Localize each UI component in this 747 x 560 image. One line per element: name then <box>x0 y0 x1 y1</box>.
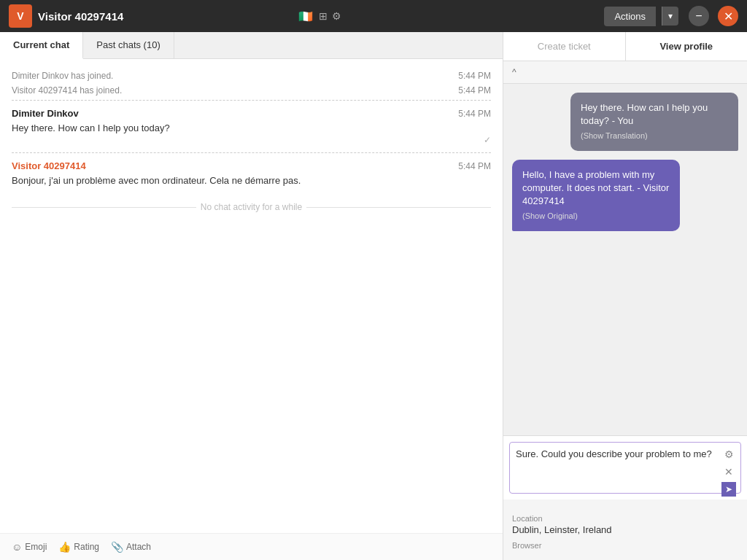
visitor-message-text: Bonjour, j'ai un problème avec mon ordin… <box>12 174 491 187</box>
no-activity-indicator: No chat activity for a while <box>12 202 491 212</box>
bubbles-area[interactable]: Hey there. How can I help you today? - Y… <box>503 84 747 435</box>
visitor-bubble: Hello, I have a problem with my computer… <box>512 160 680 231</box>
actions-button[interactable]: Actions <box>604 7 656 26</box>
info-section: Location Dublin, Leinster, Ireland Brows… <box>503 499 747 560</box>
location-label: Location <box>512 514 738 523</box>
tab-past-chats[interactable]: Past chats (10) <box>83 32 174 58</box>
visitor-message-time: 5:44 PM <box>458 161 491 171</box>
rating-label: Rating <box>74 542 99 552</box>
location-value: Dublin, Leinster, Ireland <box>512 524 738 535</box>
translation-clear-button[interactable]: ✕ <box>721 464 736 479</box>
visitor-title: Visitor 40297414 <box>38 10 290 23</box>
agent-sender-name: Dimiter Dinkov <box>12 108 79 119</box>
system-msg-1: Dimiter Dinkov has joined. 5:44 PM <box>12 71 491 81</box>
right-panel: Create ticket View profile ^ Hey there. … <box>503 32 747 560</box>
translation-action-buttons: ⚙ ✕ ➤ <box>721 447 736 497</box>
agent-message-header: Dimiter Dinkov 5:44 PM <box>12 108 491 119</box>
main-layout: Current chat Past chats (10) Dimiter Din… <box>0 32 747 560</box>
windows-icon: ⊞ <box>319 10 328 22</box>
header-icons: ⊞ ⚙ <box>319 10 341 22</box>
profile-actions-bar: Create ticket View profile <box>503 32 747 61</box>
system-msg-2: Visitor 40297414 has joined. 5:44 PM <box>12 85 491 96</box>
agent-message-time: 5:44 PM <box>458 109 491 119</box>
message-tick: ✓ <box>12 135 491 145</box>
thumbs-up-icon: 👍 <box>58 541 71 553</box>
avatar-letter: V <box>17 10 23 22</box>
system-msg-1-time: 5:44 PM <box>458 71 491 81</box>
show-original-link[interactable]: (Show Original) <box>522 211 670 222</box>
emoji-label: Emoji <box>25 542 47 552</box>
chat-toolbar: ☺ Emoji 👍 Rating 📎 Attach <box>0 533 503 560</box>
tabs-bar: Current chat Past chats (10) <box>0 32 503 59</box>
app-header: V Visitor 40297414 🇮🇪 ⊞ ⚙ Actions ▾ − ✕ <box>0 0 747 32</box>
rating-button[interactable]: 👍 Rating <box>58 541 99 553</box>
actions-dropdown-button[interactable]: ▾ <box>662 7 678 26</box>
attach-label: Attach <box>126 542 151 552</box>
view-profile-button[interactable]: View profile <box>626 32 748 61</box>
system-msg-2-text: Visitor 40297414 has joined. <box>12 85 122 96</box>
flag-icon: 🇮🇪 <box>298 9 313 23</box>
minimize-button[interactable]: − <box>689 6 709 26</box>
visitor-sender-name: Visitor 40297414 <box>12 160 86 171</box>
visitor-message-header: Visitor 40297414 5:44 PM <box>12 160 491 171</box>
no-activity-text: No chat activity for a while <box>201 202 302 212</box>
browser-label: Browser <box>512 541 738 550</box>
agent-message-block: Dimiter Dinkov 5:44 PM Hey there. How ca… <box>12 108 491 145</box>
left-panel: Current chat Past chats (10) Dimiter Din… <box>0 32 503 560</box>
chat-area[interactable]: Dimiter Dinkov has joined. 5:44 PM Visit… <box>0 59 503 533</box>
system-msg-1-text: Dimiter Dinkov has joined. <box>12 71 113 81</box>
agent-bubble: Hey there. How can I help you today? - Y… <box>570 93 738 151</box>
emoji-button[interactable]: ☺ Emoji <box>12 541 47 553</box>
agent-message-text: Hey there. How can I help you today? <box>12 122 491 135</box>
collapse-button[interactable]: ^ <box>503 61 747 84</box>
settings-icon: ⚙ <box>332 10 341 22</box>
system-msg-2-time: 5:44 PM <box>458 85 491 96</box>
tab-current-chat[interactable]: Current chat <box>0 32 83 59</box>
show-translation-link[interactable]: (Show Translation) <box>581 131 728 141</box>
translation-input-wrapper: ⚙ ✕ ➤ <box>509 442 741 494</box>
translation-input[interactable] <box>516 448 735 485</box>
actions-label: Actions <box>614 11 646 22</box>
divider-1 <box>12 100 491 101</box>
close-button[interactable]: ✕ <box>718 6 738 26</box>
visitor-bubble-text: Hello, I have a problem with my computer… <box>522 169 669 206</box>
divider-2 <box>12 152 491 153</box>
translation-send-button[interactable]: ➤ <box>721 482 736 497</box>
visitor-message-block: Visitor 40297414 5:44 PM Bonjour, j'ai u… <box>12 160 491 187</box>
translation-settings-button[interactable]: ⚙ <box>721 447 736 462</box>
attach-icon: 📎 <box>111 541 123 553</box>
agent-bubble-text: Hey there. How can I help you today? - Y… <box>581 102 708 126</box>
avatar: V <box>9 4 32 28</box>
attach-button[interactable]: 📎 Attach <box>111 541 151 553</box>
translation-input-area: ⚙ ✕ ➤ <box>503 435 747 499</box>
emoji-icon: ☺ <box>12 541 22 553</box>
create-ticket-button[interactable]: Create ticket <box>503 32 626 61</box>
